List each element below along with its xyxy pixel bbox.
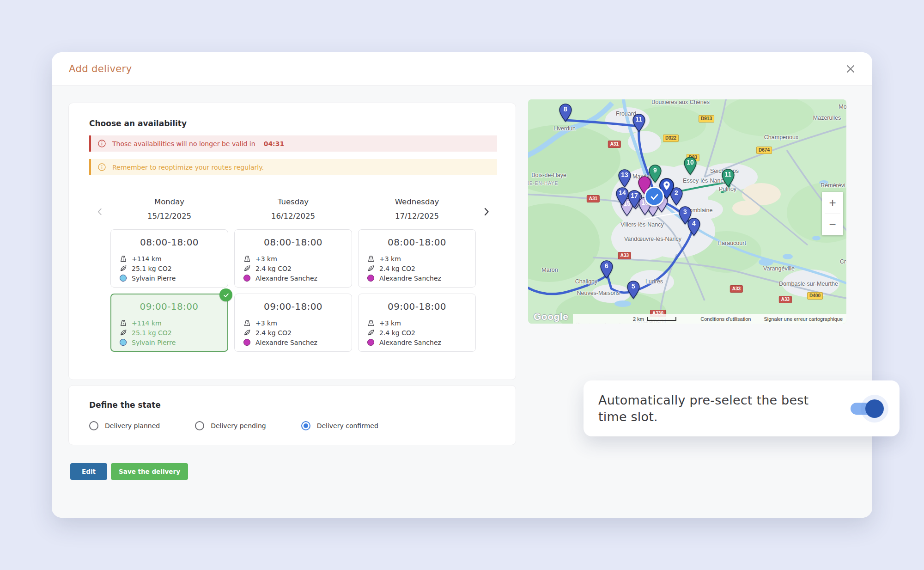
day-header: Wednesday 17/12/2025: [358, 196, 476, 228]
map-scale-bar: [647, 317, 676, 321]
close-icon[interactable]: [842, 60, 859, 78]
preselect-card: Automatically pre-select the best time s…: [584, 380, 900, 436]
zoom-out-button[interactable]: −: [822, 214, 843, 236]
map-label: Haraucourt: [717, 240, 746, 246]
chevron-left-icon[interactable]: [89, 196, 110, 228]
expiry-alert: Those availabilities will no longer be v…: [89, 135, 497, 152]
map-pin-green[interactable]: 11: [721, 168, 736, 187]
radio-circle-icon: [89, 421, 98, 430]
map-pin-blue[interactable]: 17: [627, 190, 642, 208]
add-delivery-modal: Add delivery Choose an availability Thos…: [52, 52, 872, 518]
map-label: Ludres: [645, 278, 663, 285]
slot-distance-row: +3 km: [243, 254, 352, 264]
time-slot[interactable]: 08:00-18:00 +3 km 2.4 kg CO2: [234, 229, 352, 288]
day-column-wednesday: Wednesday 17/12/2025 08:00-18:00 +3 km: [358, 196, 476, 352]
day-date: 16/12/2025: [234, 212, 352, 221]
zoom-in-button[interactable]: +: [822, 192, 843, 214]
modal-title: Add delivery: [69, 63, 132, 74]
road-badge: A33: [730, 285, 743, 293]
toggle-knob[interactable]: [865, 399, 884, 418]
map-label: Essey-lès-Nancy: [683, 178, 726, 184]
time-slot-selected[interactable]: 09:00-18:00 +114 km 25.1 kg CO2: [110, 294, 228, 352]
map-pin-blue[interactable]: 11: [632, 113, 646, 132]
road-badge: A31: [587, 195, 600, 202]
modal-header: Add delivery: [52, 52, 872, 86]
map-label: Cré: [840, 258, 846, 265]
radio-label: Delivery pending: [211, 422, 266, 429]
report-error-link[interactable]: Signaler une erreur cartographique: [764, 316, 843, 322]
terms-link[interactable]: Conditions d'utilisation: [700, 316, 751, 322]
reoptimize-alert-text: Remember to reoptimize your routes regul…: [112, 164, 264, 171]
slot-co2: 2.4 kg CO2: [255, 265, 292, 272]
info-icon: [97, 163, 106, 172]
expiry-alert-text: Those availabilities will no longer be v…: [112, 140, 255, 147]
edit-button[interactable]: Edit: [70, 463, 107, 480]
map-label: Dombasle-sur-Meurthe: [779, 281, 838, 287]
expiry-countdown: 04:31: [264, 140, 285, 147]
radio-delivery-confirmed[interactable]: Delivery confirmed: [301, 421, 378, 430]
action-buttons: Edit Save the delivery: [70, 463, 188, 480]
slot-co2: 2.4 kg CO2: [379, 265, 415, 272]
map-label: Vandœuvre-lès-Nancy: [624, 236, 681, 242]
slot-co2: 2.4 kg CO2: [255, 329, 292, 337]
driver-color-dot: [367, 275, 374, 282]
slot-distance: +114 km: [132, 319, 162, 327]
map-pin-blue[interactable]: 4: [687, 217, 701, 236]
radio-label: Delivery confirmed: [317, 422, 378, 429]
radio-delivery-planned[interactable]: Delivery planned: [89, 421, 160, 430]
driver-color-dot: [243, 339, 250, 346]
road-badge: D322: [663, 135, 679, 142]
driver-color-dot: [120, 275, 127, 282]
time-slot[interactable]: 08:00-18:00 +114 km 25.1 kg CO2: [110, 229, 228, 288]
map-attribution-links: Conditions d'utilisation Signaler une er…: [700, 316, 843, 322]
map-label: Varangéville: [763, 265, 795, 272]
slot-co2: 25.1 kg CO2: [132, 265, 172, 272]
state-card: Define the state Delivery planned Delive…: [68, 385, 516, 445]
time-slot[interactable]: 09:00-18:00 +3 km 2.4 kg CO2: [234, 294, 352, 352]
availability-carousel: Monday 15/12/2025 08:00-18:00 +114 km: [89, 196, 497, 352]
info-icon: [97, 139, 106, 148]
radio-delivery-pending[interactable]: Delivery pending: [195, 421, 266, 430]
map-pin-blue[interactable]: 5: [626, 280, 641, 299]
day-name: Monday: [110, 197, 228, 206]
slot-co2-row: 2.4 kg CO2: [367, 328, 475, 337]
state-options: Delivery planned Delivery pending Delive…: [89, 421, 495, 430]
day-header: Monday 15/12/2025: [110, 196, 228, 228]
slot-time: 08:00-18:00: [367, 237, 475, 248]
road-badge: A31: [608, 141, 621, 148]
radio-circle-icon: [301, 421, 310, 430]
chevron-right-icon[interactable]: [476, 196, 497, 228]
road-icon: [119, 255, 128, 263]
driver-color-dot: [120, 339, 127, 346]
slot-distance-row: +114 km: [119, 318, 227, 328]
leaf-icon: [119, 264, 128, 273]
save-delivery-button[interactable]: Save the delivery: [111, 463, 188, 480]
map[interactable]: Bouxières aux Chênes Mo Mazerulles Froua…: [528, 99, 846, 324]
map-pin-blue[interactable]: 13: [618, 169, 632, 188]
slot-co2: 25.1 kg CO2: [132, 329, 172, 337]
day-column-tuesday: Tuesday 16/12/2025 08:00-18:00 +3 km: [234, 196, 352, 352]
map-label: Bois-de-Haye: [531, 172, 566, 178]
road-icon: [367, 319, 375, 327]
time-slot[interactable]: 08:00-18:00 +3 km 2.4 kg CO2: [358, 229, 476, 288]
map-label: Champenoux: [764, 134, 798, 141]
map-pin-blue[interactable]: 8: [559, 103, 573, 122]
selected-stop-check-icon[interactable]: [644, 187, 664, 207]
slot-distance: +3 km: [255, 255, 277, 263]
google-logo[interactable]: Google: [534, 311, 568, 322]
map-label: Mo: [839, 104, 846, 110]
slot-time: 09:00-18:00: [367, 301, 475, 312]
day-header: Tuesday 16/12/2025: [234, 196, 352, 228]
leaf-icon: [243, 329, 251, 337]
modal-body: Choose an availability Those availabilit…: [52, 86, 872, 518]
leaf-icon: [243, 264, 251, 273]
map-pin-green[interactable]: 10: [683, 156, 698, 175]
slot-distance: +114 km: [132, 255, 162, 263]
slot-driver: Alexandre Sanchez: [255, 339, 317, 346]
map-pin-blue[interactable]: 6: [600, 260, 614, 279]
time-slot[interactable]: 09:00-18:00 +3 km 2.4 kg CO2: [358, 294, 476, 352]
slot-driver-row: Sylvain Pierre: [119, 337, 227, 347]
day-column-monday: Monday 15/12/2025 08:00-18:00 +114 km: [110, 196, 228, 352]
day-name: Tuesday: [234, 197, 352, 206]
preselect-toggle[interactable]: [851, 402, 880, 416]
